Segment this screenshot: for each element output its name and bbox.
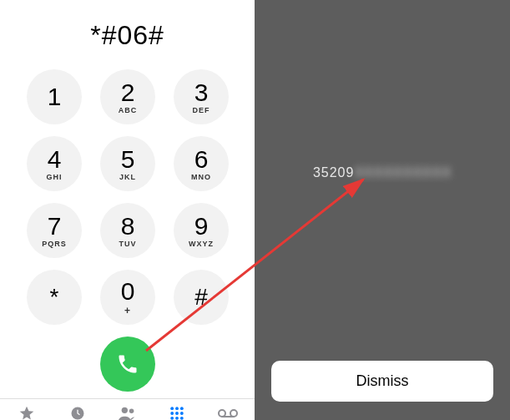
tab-keypad[interactable]: Keypad xyxy=(164,404,190,420)
key-star[interactable]: * xyxy=(27,270,82,325)
imei-popup-screen: 35209XXXXXXXXXX Dismiss xyxy=(255,0,510,420)
svg-point-7 xyxy=(175,412,179,415)
tab-contacts[interactable]: Contacts xyxy=(113,404,143,420)
key-6[interactable]: 6MNO xyxy=(174,136,229,191)
dialed-number: *#06# xyxy=(0,0,255,61)
svg-point-12 xyxy=(219,410,225,417)
svg-point-4 xyxy=(175,407,179,410)
svg-point-2 xyxy=(129,409,134,414)
svg-point-9 xyxy=(170,417,174,420)
key-7[interactable]: 7PQRS xyxy=(27,203,82,258)
tab-recents[interactable]: Recents xyxy=(63,404,91,420)
svg-point-1 xyxy=(122,407,128,413)
svg-point-5 xyxy=(180,407,184,410)
svg-point-10 xyxy=(175,417,179,420)
key-4[interactable]: 4GHI xyxy=(27,136,82,191)
clock-icon xyxy=(69,404,86,420)
phone-icon xyxy=(116,352,139,376)
tab-bar: Favorites Recents Contacts Keypad Voicem… xyxy=(0,398,255,420)
keypad-icon xyxy=(169,404,185,420)
svg-point-13 xyxy=(230,410,237,417)
svg-point-8 xyxy=(180,412,184,415)
key-1[interactable]: 1 xyxy=(27,69,82,124)
tab-voicemail[interactable]: Voicemail xyxy=(211,404,244,420)
tab-favorites[interactable]: Favorites xyxy=(11,404,42,420)
key-hash[interactable]: # xyxy=(174,270,229,325)
contacts-icon xyxy=(119,404,137,420)
key-0[interactable]: 0+ xyxy=(100,270,155,325)
imei-number: 35209XXXXXXXXXX xyxy=(313,165,452,180)
dismiss-button[interactable]: Dismiss xyxy=(271,361,493,402)
phone-keypad-screen: *#06# 1 2ABC 3DEF 4GHI 5JKL 6MNO 7PQRS 8… xyxy=(0,0,255,420)
key-3[interactable]: 3DEF xyxy=(174,69,229,124)
keypad-grid: 1 2ABC 3DEF 4GHI 5JKL 6MNO 7PQRS 8TUV 9W… xyxy=(0,61,255,325)
key-5[interactable]: 5JKL xyxy=(100,136,155,191)
star-icon xyxy=(18,404,35,420)
svg-point-3 xyxy=(170,407,174,410)
key-2[interactable]: 2ABC xyxy=(100,69,155,124)
key-8[interactable]: 8TUV xyxy=(100,203,155,258)
key-9[interactable]: 9WXYZ xyxy=(174,203,229,258)
voicemail-icon xyxy=(218,404,238,420)
svg-point-6 xyxy=(170,412,174,415)
call-button[interactable] xyxy=(100,337,155,392)
svg-point-11 xyxy=(180,417,184,420)
